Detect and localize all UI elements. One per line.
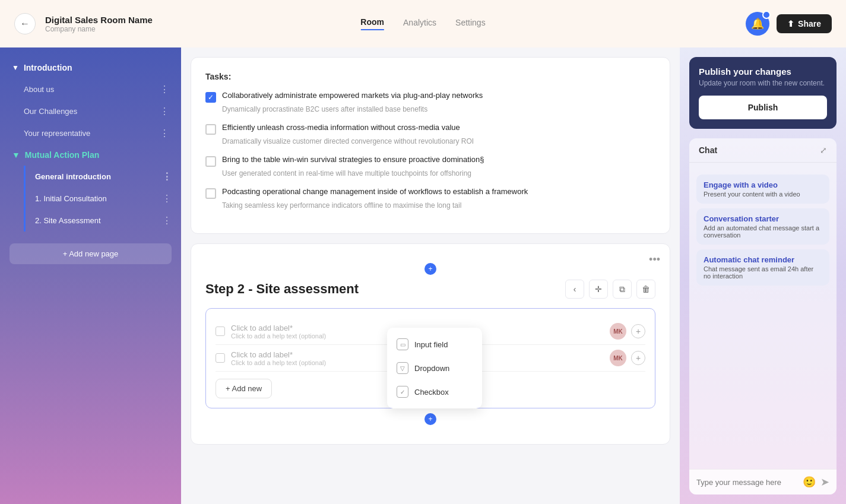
right-panel-spacer	[680, 495, 846, 504]
form-help-1[interactable]: Click to add a help text (optional)	[231, 332, 326, 340]
task-subtitle-1: Dynamically procrastinate B2C users afte…	[222, 105, 655, 113]
sidebar-section-introduction[interactable]: ▼ Introduction	[0, 57, 181, 78]
form-check-2	[216, 353, 225, 363]
sidebar-item-our-challenges[interactable]: Our Challenges ⋮	[0, 100, 181, 122]
sidebar-item-site-assessment[interactable]: 2. Site Assessment ⋮	[26, 210, 181, 232]
nav-tabs: Room Analytics Settings	[360, 17, 485, 30]
chat-suggestions: Engage with a video Present your content…	[696, 175, 829, 286]
add-assignee-2-button[interactable]: +	[631, 351, 645, 365]
step2-card: ••• + Step 2 - Site assessment ‹ ✛ ⧉ 🗑	[191, 243, 670, 445]
form-check-1	[216, 327, 225, 336]
form-row-2-right: MK +	[610, 350, 645, 366]
more-icon[interactable]: ⋮	[162, 215, 172, 226]
emoji-button[interactable]: 🙂	[803, 476, 816, 489]
add-connector-top[interactable]: +	[424, 263, 436, 275]
top-nav: ← Digital Sales Room Name Company name R…	[0, 0, 846, 47]
app-info: Digital Sales Room Name Company name	[45, 15, 153, 33]
send-button[interactable]: ➤	[820, 476, 829, 489]
chat-body: Engage with a video Present your content…	[689, 163, 837, 469]
task-title-1: Collaboratively administrate empowered m…	[222, 91, 483, 100]
more-icon[interactable]: ⋮	[160, 128, 169, 139]
sidebar-item-initial-consultation[interactable]: 1. Initial Consultation ⋮	[26, 188, 181, 210]
form-label-2[interactable]: Click to add label*	[231, 350, 326, 359]
share-button[interactable]: ⬆ Share	[777, 14, 832, 33]
add-connector-bottom[interactable]: +	[424, 413, 436, 425]
sidebar-mutual-subitems: General introduction ⋮ 1. Initial Consul…	[24, 166, 181, 232]
tasks-card: Tasks: ✓ Collaboratively administrate em…	[191, 57, 670, 234]
dropdown-field-icon: ▽	[397, 362, 408, 374]
chat-expand-button[interactable]: ⤢	[820, 145, 827, 155]
add-assignee-1-button[interactable]: +	[631, 324, 645, 338]
avatar-1: MK	[610, 323, 626, 340]
sidebar-section-mutual[interactable]: ▼ Mutual Action Plan	[0, 144, 181, 166]
chat-input[interactable]	[696, 478, 798, 487]
task-title-3: Bring to the table win-win survival stra…	[222, 155, 484, 164]
form-help-2[interactable]: Click to add a help text (optional)	[231, 359, 326, 366]
task-subtitle-3: User generated content in real-time will…	[222, 169, 655, 177]
app-subtitle: Company name	[45, 25, 153, 33]
task-checkbox-3[interactable]	[205, 156, 216, 167]
suggestion-engage-video[interactable]: Engage with a video Present your content…	[696, 175, 829, 204]
chevron-down-icon: ▼	[12, 64, 19, 72]
chat-input-area: 🙂 ➤	[689, 469, 837, 495]
chevron-down-icon: ▼	[12, 150, 20, 160]
right-panel: Publish your changes Update your room wi…	[680, 47, 846, 504]
more-icon[interactable]: ⋮	[162, 171, 172, 182]
task-subtitle-4: Taking seamless key performance indicato…	[222, 201, 655, 210]
step-prev-button[interactable]: ‹	[565, 280, 584, 299]
task-checkbox-2[interactable]	[205, 124, 216, 135]
sidebar: ▼ Introduction About us ⋮ Our Challenges…	[0, 47, 181, 504]
form-row-2-left: Click to add label* Click to add a help …	[216, 350, 326, 366]
step-move-button[interactable]: ✛	[589, 280, 608, 299]
nav-left: ← Digital Sales Room Name Company name	[14, 13, 153, 34]
step-delete-button[interactable]: 🗑	[636, 280, 655, 299]
step2-actions: ‹ ✛ ⧉ 🗑	[565, 280, 655, 299]
publish-card-title: Publish your changes	[699, 66, 827, 77]
suggestion-engage-video-title: Engage with a video	[704, 180, 822, 189]
step-copy-button[interactable]: ⧉	[613, 280, 632, 299]
task-title-2: Efficiently unleash cross-media informat…	[222, 123, 460, 132]
task-checkbox-4[interactable]	[205, 188, 216, 199]
main-layout: ▼ Introduction About us ⋮ Our Challenges…	[0, 47, 846, 504]
tab-analytics[interactable]: Analytics	[403, 18, 436, 30]
task-subtitle-2: Dramatically visualize customer directed…	[222, 137, 655, 145]
app-title: Digital Sales Room Name	[45, 15, 153, 25]
suggestion-auto-reminder[interactable]: Automatic chat reminder Chat message sen…	[696, 249, 829, 286]
form-row-1-right: MK +	[610, 323, 645, 340]
tab-settings[interactable]: Settings	[455, 18, 486, 30]
tasks-heading: Tasks:	[205, 72, 655, 81]
more-icon[interactable]: ⋮	[162, 193, 172, 204]
share-icon: ⬆	[787, 19, 794, 28]
step-more-button[interactable]: •••	[649, 253, 660, 266]
publish-card: Publish your changes Update your room wi…	[689, 57, 837, 129]
suggestion-conversation-starter[interactable]: Conversation starter Add an automated ch…	[696, 208, 829, 245]
task-checkbox-1[interactable]: ✓	[205, 92, 216, 103]
dropdown-item-dropdown[interactable]: ▽ Dropdown	[387, 356, 482, 380]
sidebar-item-about-us[interactable]: About us ⋮	[0, 78, 181, 100]
chat-section: Chat ⤢ Engage with a video Present your …	[689, 138, 837, 495]
suggestion-auto-reminder-title: Automatic chat reminder	[704, 255, 822, 264]
notification-badge	[762, 11, 771, 19]
step2-header: Step 2 - Site assessment ‹ ✛ ⧉ 🗑	[205, 280, 655, 299]
more-icon[interactable]: ⋮	[160, 84, 169, 95]
sidebar-item-general-introduction[interactable]: General introduction ⋮	[26, 166, 181, 188]
form-row-1-left: Click to add label* Click to add a help …	[216, 324, 326, 340]
back-button[interactable]: ←	[14, 13, 36, 34]
add-new-item-button[interactable]: + Add new	[216, 379, 272, 398]
suggestion-engage-video-subtitle: Present your content with a video	[704, 191, 822, 198]
notification-button[interactable]: 🔔	[746, 12, 769, 36]
checkbox-icon: ✓	[397, 386, 408, 398]
content-area: Tasks: ✓ Collaboratively administrate em…	[181, 47, 680, 504]
chat-title: Chat	[699, 145, 717, 155]
dropdown-item-checkbox[interactable]: ✓ Checkbox	[387, 380, 482, 404]
tab-room[interactable]: Room	[360, 17, 384, 30]
more-icon[interactable]: ⋮	[160, 106, 169, 117]
sidebar-item-your-representative[interactable]: Your representative ⋮	[0, 122, 181, 144]
add-new-page-button[interactable]: + Add new page	[9, 243, 172, 264]
form-label-1[interactable]: Click to add label*	[231, 324, 326, 332]
table-row: Bring to the table win-win survival stra…	[205, 155, 655, 177]
dropdown-menu: ▭ Input field ▽ Dropdown ✓ Checkbox	[387, 328, 482, 408]
suggestion-conversation-starter-subtitle: Add an automated chat message start a co…	[704, 224, 822, 239]
publish-button[interactable]: Publish	[699, 96, 827, 119]
dropdown-item-input-field[interactable]: ▭ Input field	[387, 332, 482, 356]
